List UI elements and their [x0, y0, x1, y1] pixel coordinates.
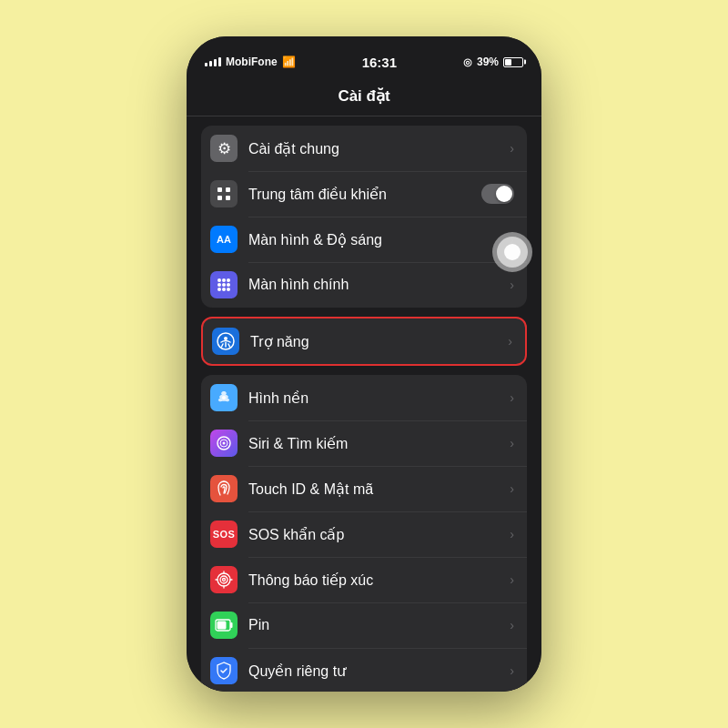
- svg-point-10: [217, 288, 221, 291]
- settings-item-wallpaper[interactable]: Hình nền ›: [201, 375, 527, 420]
- wallpaper-icon: [210, 384, 238, 411]
- sos-icon: SOS: [210, 521, 238, 548]
- svg-point-19: [217, 573, 230, 586]
- settings-item-siri[interactable]: Siri & Tìm kiếm ›: [201, 420, 527, 466]
- svg-rect-24: [217, 622, 227, 630]
- privacy-label: Quyền riêng tư: [248, 662, 510, 680]
- location-icon: ◎: [463, 56, 472, 68]
- page-title: Cài đặt: [338, 86, 389, 106]
- settings-item-control-center[interactable]: Trung tâm điều khiển: [201, 171, 527, 217]
- control-center-label: Trung tâm điều khiển: [248, 186, 481, 203]
- contact-notification-chevron: ›: [510, 572, 514, 587]
- phone-frame: MobiFone 📶 16:31 ◎ 39% Cài đặt ⚙: [187, 36, 541, 692]
- settings-item-accessibility[interactable]: Trợ năng ›: [203, 318, 525, 364]
- svg-point-8: [222, 283, 226, 287]
- accessibility-chevron: ›: [508, 334, 512, 349]
- settings-container: ⚙ Cài đặt chung › Trung tâm điều khiển: [187, 116, 541, 692]
- wallpaper-chevron: ›: [510, 390, 514, 405]
- sos-chevron: ›: [510, 527, 514, 541]
- general-label: Cài đặt chung: [248, 140, 510, 157]
- svg-rect-23: [230, 622, 233, 628]
- display-icon: AA: [210, 226, 238, 253]
- control-center-icon: [210, 180, 238, 207]
- accessibility-label: Trợ năng: [250, 333, 508, 350]
- svg-point-15: [222, 396, 226, 399]
- svg-rect-1: [226, 187, 230, 192]
- wifi-icon: 📶: [282, 56, 296, 68]
- battery-percentage: 39%: [477, 56, 499, 68]
- assistive-touch-button[interactable]: [492, 232, 532, 272]
- touchid-chevron: ›: [510, 481, 514, 496]
- status-time: 16:31: [362, 55, 397, 70]
- settings-item-display[interactable]: AA Màn hình & Độ sáng ›: [201, 217, 527, 262]
- svg-point-9: [227, 283, 230, 287]
- home-screen-label: Màn hình chính: [248, 277, 510, 293]
- svg-point-12: [227, 288, 230, 291]
- svg-rect-0: [217, 187, 222, 192]
- settings-item-touchid[interactable]: Touch ID & Mật mã ›: [201, 466, 527, 511]
- settings-item-contact-notification[interactable]: Thông báo tiếp xúc ›: [201, 557, 527, 602]
- settings-item-general[interactable]: ⚙ Cài đặt chung ›: [201, 126, 527, 171]
- touchid-icon: [210, 475, 238, 502]
- nav-bar: Cài đặt: [187, 76, 541, 116]
- privacy-chevron: ›: [510, 663, 514, 678]
- settings-item-privacy[interactable]: Quyền riêng tư ›: [201, 648, 527, 692]
- svg-point-14: [224, 337, 228, 340]
- svg-point-18: [223, 442, 226, 445]
- sos-label: SOS khẩn cấp: [248, 526, 510, 543]
- settings-item-sos[interactable]: SOS SOS khẩn cấp ›: [201, 511, 527, 557]
- settings-item-battery[interactable]: Pin ›: [201, 602, 527, 648]
- general-chevron: ›: [510, 141, 514, 156]
- svg-point-5: [222, 278, 226, 282]
- svg-point-6: [227, 278, 230, 282]
- privacy-icon: [210, 657, 238, 684]
- siri-label: Siri & Tìm kiếm: [248, 435, 510, 452]
- wallpaper-label: Hình nền: [248, 389, 510, 407]
- settings-group-1: ⚙ Cài đặt chung › Trung tâm điều khiển: [201, 126, 527, 308]
- svg-rect-3: [226, 196, 230, 200]
- siri-chevron: ›: [510, 436, 514, 450]
- svg-rect-2: [217, 196, 222, 200]
- status-bar: MobiFone 📶 16:31 ◎ 39%: [187, 36, 541, 76]
- svg-point-11: [222, 288, 226, 291]
- settings-item-accessibility-wrapper[interactable]: Trợ năng ›: [201, 317, 527, 366]
- touchid-label: Touch ID & Mật mã: [248, 480, 510, 498]
- battery-chevron: ›: [510, 618, 514, 632]
- settings-item-home-screen[interactable]: Màn hình chính ›: [201, 262, 527, 308]
- settings-group-2: Hình nền › Siri & Tìm kiếm ›: [201, 375, 527, 692]
- siri-icon: [210, 430, 238, 457]
- general-icon: ⚙: [210, 135, 238, 162]
- control-center-toggle[interactable]: [481, 184, 514, 204]
- display-label: Màn hình & Độ sáng: [248, 231, 510, 248]
- svg-point-21: [223, 579, 226, 581]
- battery-settings-icon: [210, 612, 238, 639]
- contact-notification-icon: [210, 566, 238, 593]
- svg-point-4: [217, 278, 221, 282]
- svg-point-20: [220, 576, 228, 583]
- svg-point-7: [217, 283, 221, 287]
- battery-label: Pin: [248, 617, 510, 633]
- carrier-name: MobiFone: [226, 56, 278, 68]
- signal-icon: [205, 57, 221, 66]
- battery-icon: [503, 57, 523, 67]
- home-screen-chevron: ›: [510, 278, 514, 292]
- home-screen-icon: [210, 271, 238, 298]
- contact-notification-label: Thông báo tiếp xúc: [248, 571, 510, 589]
- accessibility-icon: [212, 328, 239, 355]
